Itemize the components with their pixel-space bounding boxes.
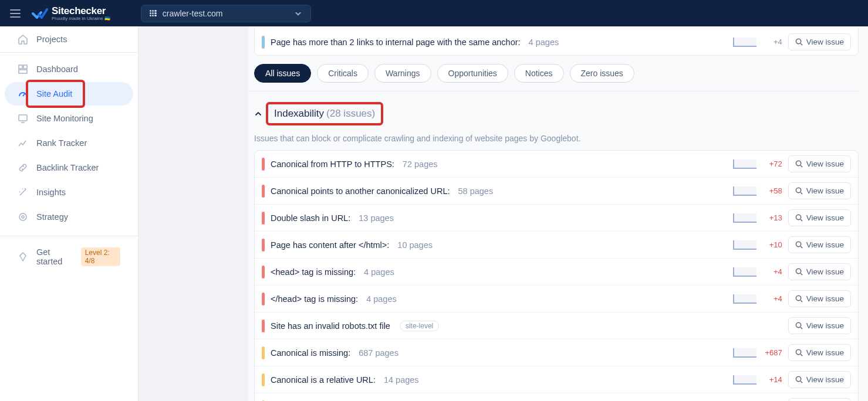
filter-warnings[interactable]: Warnings — [374, 64, 431, 83]
issue-row[interactable]: Canonical is a relative URL:14 pages+14V… — [255, 366, 858, 393]
target-icon — [18, 212, 28, 222]
sidebar-item-label: Dashboard — [36, 64, 78, 74]
view-issue-label: View issue — [806, 240, 844, 249]
sidebar-item-strategy[interactable]: Strategy — [5, 205, 133, 229]
hamburger-icon — [10, 9, 21, 18]
trend-sparkline — [733, 348, 756, 358]
severity-indicator — [262, 373, 265, 386]
view-issue-label: View issue — [806, 159, 844, 168]
svg-rect-0 — [19, 65, 22, 69]
issue-row[interactable]: Page has content after </html>:10 pages+… — [255, 232, 858, 259]
sidebar-item-label: Site Audit — [36, 89, 72, 98]
filter-opportunities[interactable]: Opportunities — [437, 64, 508, 83]
sidebar-item-projects[interactable]: Projects — [5, 28, 133, 51]
filter-criticals[interactable]: Criticals — [317, 64, 369, 83]
section-description: Issues that can block or complicate craw… — [254, 134, 859, 143]
grid-icon — [150, 10, 157, 17]
issue-row[interactable]: <head> tag is missing:4 pages+4View issu… — [255, 259, 858, 286]
sidebar-item-label: Get started — [36, 247, 73, 266]
chart-line-icon — [18, 138, 28, 148]
issue-row[interactable]: Site has an invalid robots.txt filesite-… — [255, 312, 858, 339]
issue-row[interactable]: </head> tag is missing:4 pages+4View iss… — [255, 286, 858, 312]
highlight-box: Indexability (28 issues) — [266, 102, 383, 125]
site-selector-dropdown[interactable]: crawler-test.com — [141, 5, 311, 22]
issue-page-count: 10 pages — [397, 240, 433, 250]
view-issue-label: View issue — [806, 186, 844, 195]
issue-delta: +10 — [762, 240, 782, 249]
svg-point-13 — [796, 322, 801, 327]
sidebar-item-label: Rank Tracker — [36, 138, 87, 148]
view-issue-label: View issue — [806, 375, 844, 384]
issue-delta: +13 — [762, 213, 782, 222]
issue-page-count: 13 pages — [359, 213, 394, 223]
severity-indicator — [262, 239, 265, 252]
view-issue-button[interactable]: View issue — [788, 263, 851, 280]
search-icon — [795, 187, 803, 195]
view-issue-button[interactable]: View issue — [788, 344, 851, 361]
trend-sparkline — [733, 375, 756, 385]
left-gap — [139, 26, 248, 401]
sidebar-item-backlink-tracker[interactable]: Backlink Tracker — [5, 156, 133, 179]
issue-row[interactable]: Page has more than 2 links to internal p… — [255, 29, 858, 55]
sidebar-item-site-audit[interactable]: Site Audit — [5, 82, 133, 106]
issue-delta: +14 — [762, 375, 782, 384]
sidebar-item-dashboard[interactable]: Dashboard — [5, 57, 133, 81]
trend-sparkline — [733, 186, 756, 196]
view-issue-button[interactable]: View issue — [788, 182, 851, 199]
search-icon — [795, 160, 803, 168]
sidebar-item-label: Backlink Tracker — [36, 163, 99, 172]
view-issue-button[interactable]: View issue — [788, 236, 851, 253]
sidebar-item-site-monitoring[interactable]: Site Monitoring — [5, 107, 133, 130]
issue-row[interactable]: Canonical from HTTP to HTTPS:72 pages+72… — [255, 151, 858, 178]
view-issue-button[interactable]: View issue — [788, 317, 851, 334]
svg-point-4 — [19, 213, 26, 220]
sidebar-item-get-started[interactable]: Get started Level 2: 4/8 — [5, 241, 133, 273]
issue-delta: +4 — [762, 294, 782, 303]
issue-page-count: 4 pages — [364, 267, 394, 277]
issue-title: <head> tag is missing: — [271, 267, 356, 277]
sidebar-item-insights[interactable]: Insights — [5, 181, 133, 204]
view-issue-button[interactable]: View issue — [788, 398, 851, 401]
svg-rect-1 — [23, 65, 27, 69]
issue-row[interactable]: Canonical points to another canonicalize… — [255, 178, 858, 205]
sidebar-item-rank-tracker[interactable]: Rank Tracker — [5, 131, 133, 155]
filter-notices[interactable]: Notices — [514, 64, 564, 83]
issue-row[interactable]: Noindex in HTML and HTTP header:4 pages+… — [255, 393, 858, 401]
svg-point-6 — [796, 39, 801, 43]
view-issue-button[interactable]: View issue — [788, 290, 851, 307]
svg-point-7 — [796, 161, 801, 165]
monitor-icon — [18, 113, 28, 124]
svg-rect-3 — [19, 115, 27, 121]
view-issue-button[interactable]: View issue — [788, 371, 851, 388]
hamburger-menu-button[interactable] — [6, 4, 25, 23]
sidebar: Projects Dashboard Site Audit Site Monit… — [0, 26, 139, 401]
filter-all-issues[interactable]: All issues — [254, 64, 311, 83]
view-issue-label: View issue — [806, 348, 844, 357]
severity-indicator — [262, 212, 265, 225]
sidebar-item-label: Site Monitoring — [36, 114, 93, 123]
search-icon — [795, 241, 803, 249]
svg-point-10 — [796, 242, 801, 246]
view-issue-button[interactable]: View issue — [788, 33, 851, 50]
chevron-up-icon — [254, 110, 262, 118]
issue-delta: +58 — [762, 186, 782, 195]
view-issue-button[interactable]: View issue — [788, 209, 851, 226]
section-toggle-indexability[interactable]: Indexability (28 issues) — [254, 102, 859, 125]
issue-delta: +4 — [762, 38, 782, 46]
filter-zero-issues[interactable]: Zero issues — [570, 64, 634, 83]
svg-point-12 — [796, 295, 801, 300]
sidebar-item-label: Projects — [36, 35, 67, 44]
svg-point-5 — [22, 216, 24, 218]
issue-title: Canonical from HTTP to HTTPS: — [271, 159, 394, 169]
logo[interactable]: Sitechecker Proudly made in Ukraine 🇺🇦 — [32, 6, 110, 21]
issues-list: Canonical from HTTP to HTTPS:72 pages+72… — [254, 150, 859, 401]
issue-row[interactable]: Double slash in URL:13 pages+13View issu… — [255, 205, 858, 232]
search-icon — [795, 322, 803, 329]
view-issue-button[interactable]: View issue — [788, 155, 851, 172]
view-issue-label: View issue — [806, 267, 844, 276]
severity-indicator — [262, 158, 265, 171]
level-badge: Level 2: 4/8 — [81, 247, 120, 266]
logo-subtext: Proudly made in Ukraine 🇺🇦 — [52, 16, 110, 21]
issue-row[interactable]: Canonical is missing:687 pages+687View i… — [255, 339, 858, 366]
trend-sparkline — [733, 213, 756, 223]
